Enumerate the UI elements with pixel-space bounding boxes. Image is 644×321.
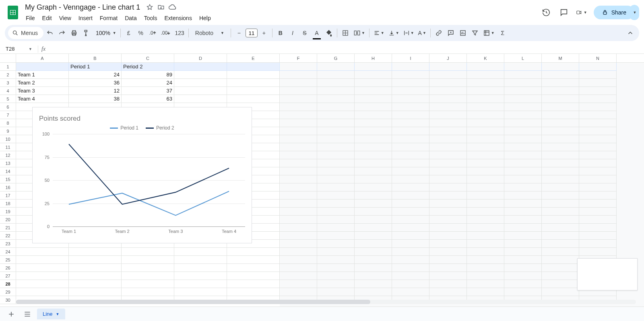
column-header[interactable]: A	[16, 54, 69, 62]
cell[interactable]	[542, 288, 579, 296]
cell[interactable]	[280, 87, 317, 95]
row-header[interactable]: 18	[0, 200, 16, 208]
cell[interactable]	[392, 167, 429, 175]
cell[interactable]	[174, 95, 227, 103]
cell[interactable]	[542, 183, 579, 191]
cell[interactable]	[317, 71, 355, 79]
cell[interactable]	[579, 143, 617, 151]
row-header[interactable]: 8	[0, 119, 16, 127]
row-header[interactable]: 29	[0, 288, 16, 296]
row-header[interactable]: 6	[0, 103, 16, 111]
cell[interactable]	[392, 232, 429, 240]
cell[interactable]	[579, 135, 617, 143]
menu-data[interactable]: Data	[122, 13, 140, 23]
row-header[interactable]: 24	[0, 248, 16, 256]
cell[interactable]	[122, 248, 174, 256]
cell[interactable]	[280, 208, 317, 216]
column-header[interactable]: B	[69, 54, 122, 62]
column-header[interactable]: G	[317, 54, 355, 62]
menu-insert[interactable]: Insert	[75, 13, 96, 23]
cell[interactable]: Team 1	[16, 71, 69, 79]
cell[interactable]: 24	[122, 79, 174, 87]
cell[interactable]	[280, 159, 317, 167]
cell[interactable]	[16, 288, 69, 296]
column-header[interactable]: I	[392, 54, 429, 62]
share-dropdown[interactable]: ▼	[630, 5, 639, 20]
cell[interactable]	[392, 280, 429, 288]
insert-link-button[interactable]	[433, 27, 444, 39]
cell[interactable]	[504, 87, 542, 95]
cell[interactable]	[429, 256, 467, 264]
row-header[interactable]: 7	[0, 111, 16, 119]
cell[interactable]	[542, 127, 579, 135]
undo-button[interactable]	[44, 27, 56, 39]
cell[interactable]	[504, 208, 542, 216]
cell[interactable]	[317, 232, 355, 240]
cell[interactable]	[317, 127, 355, 135]
row-header[interactable]: 17	[0, 191, 16, 200]
cell[interactable]	[355, 111, 392, 119]
menu-view[interactable]: View	[56, 13, 74, 23]
cell[interactable]	[467, 103, 504, 111]
cell[interactable]	[355, 71, 392, 79]
cell[interactable]	[317, 191, 355, 200]
cell[interactable]	[579, 111, 617, 119]
cell[interactable]	[579, 200, 617, 208]
cell[interactable]	[542, 159, 579, 167]
cell[interactable]	[392, 95, 429, 103]
cell[interactable]	[280, 256, 317, 264]
row-header[interactable]: 9	[0, 127, 16, 135]
cell[interactable]	[174, 272, 227, 280]
font-size-input[interactable]	[246, 29, 258, 37]
cell[interactable]	[280, 240, 317, 248]
vertical-align-button[interactable]: ▼	[387, 27, 401, 39]
row-header[interactable]: 21	[0, 224, 16, 232]
cell[interactable]	[504, 71, 542, 79]
cell[interactable]	[504, 216, 542, 224]
cell[interactable]	[542, 63, 579, 71]
cell[interactable]: 63	[122, 95, 174, 103]
cell[interactable]	[429, 111, 467, 119]
cell[interactable]	[467, 127, 504, 135]
insert-chart-button[interactable]	[457, 27, 469, 39]
row-header[interactable]: 26	[0, 264, 16, 272]
cell[interactable]	[317, 151, 355, 159]
cell[interactable]	[355, 87, 392, 95]
cell[interactable]	[429, 103, 467, 111]
cell[interactable]	[542, 151, 579, 159]
cell[interactable]	[174, 87, 227, 95]
cell[interactable]	[16, 280, 69, 288]
row-header[interactable]: 12	[0, 151, 16, 159]
cell[interactable]	[280, 288, 317, 296]
chart-object[interactable]: Points scored Period 1Period 2 025507510…	[32, 107, 252, 243]
cell[interactable]: 36	[69, 79, 122, 87]
comments-icon[interactable]	[558, 7, 570, 18]
cell[interactable]	[317, 143, 355, 151]
cell[interactable]	[69, 272, 122, 280]
cell[interactable]	[467, 288, 504, 296]
cell[interactable]	[429, 119, 467, 127]
cell[interactable]	[280, 71, 317, 79]
cell[interactable]	[317, 248, 355, 256]
menu-format[interactable]: Format	[97, 13, 121, 23]
cell[interactable]	[16, 256, 69, 264]
cell[interactable]	[429, 264, 467, 272]
filter-views-button[interactable]: ▼	[481, 27, 496, 39]
cell[interactable]	[467, 71, 504, 79]
cell[interactable]	[429, 240, 467, 248]
cell[interactable]	[280, 264, 317, 272]
text-rotation-button[interactable]: A▼	[417, 27, 428, 39]
cell[interactable]	[317, 224, 355, 232]
cell[interactable]	[542, 175, 579, 183]
cell[interactable]	[504, 79, 542, 87]
cell[interactable]	[542, 71, 579, 79]
cell[interactable]	[579, 232, 617, 240]
cell[interactable]	[317, 216, 355, 224]
cell[interactable]	[355, 224, 392, 232]
cell[interactable]	[504, 175, 542, 183]
cell[interactable]	[542, 264, 579, 272]
row-header[interactable]: 20	[0, 216, 16, 224]
cell[interactable]	[579, 240, 617, 248]
cell[interactable]	[174, 79, 227, 87]
cell[interactable]	[429, 87, 467, 95]
